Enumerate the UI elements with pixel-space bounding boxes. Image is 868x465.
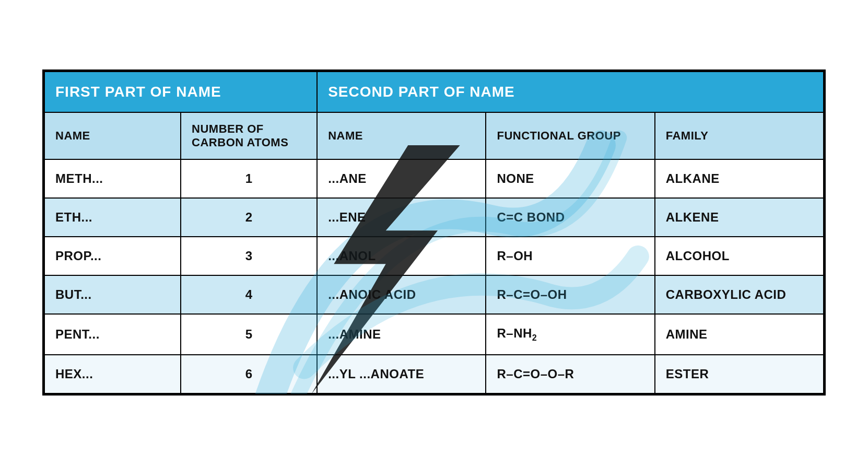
cell-name: PENT... — [44, 314, 181, 355]
cell-functional: NONE — [486, 159, 654, 198]
table-row: ETH... 2 ...ENE C=C BOND ALKENE — [44, 198, 824, 237]
cell-name: PROP... — [44, 237, 181, 275]
table-row: PENT... 5 ...AMINE R–NH2 AMINE — [44, 314, 824, 355]
main-table: FIRST PART OF NAME SECOND PART OF NAME N… — [44, 71, 824, 394]
table-row: HEX... 6 ...YL ...ANOATE R–C=O–O–R ESTER — [44, 355, 824, 393]
col-header-functional: FUNCTIONAL GROUP — [486, 112, 654, 159]
cell-family: CARBOXYLIC ACID — [655, 275, 824, 314]
cell-second-name: ...ANE — [317, 159, 486, 198]
cell-carbon: 3 — [181, 237, 317, 275]
col-header-carbon: NUMBER OF CARBON ATOMS — [181, 112, 317, 159]
cell-functional: R–C=O–O–R — [486, 355, 654, 393]
chemistry-table: FIRST PART OF NAME SECOND PART OF NAME N… — [42, 69, 826, 396]
cell-carbon: 1 — [181, 159, 317, 198]
cell-second-name: ...ANOL — [317, 237, 486, 275]
cell-functional: R–C=O–OH — [486, 275, 654, 314]
cell-name: BUT... — [44, 275, 181, 314]
cell-second-name: ...ENE — [317, 198, 486, 237]
cell-family: ESTER — [655, 355, 824, 393]
cell-name: HEX... — [44, 355, 181, 393]
second-part-header: SECOND PART OF NAME — [317, 72, 824, 112]
cell-family: AMINE — [655, 314, 824, 355]
col-header-second-name: NAME — [317, 112, 486, 159]
first-part-header: FIRST PART OF NAME — [44, 72, 317, 112]
cell-carbon: 5 — [181, 314, 317, 355]
table-row: METH... 1 ...ANE NONE ALKANE — [44, 159, 824, 198]
cell-carbon: 4 — [181, 275, 317, 314]
cell-functional: R–OH — [486, 237, 654, 275]
cell-family: ALKANE — [655, 159, 824, 198]
cell-functional: C=C BOND — [486, 198, 654, 237]
cell-second-name: ...YL ...ANOATE — [317, 355, 486, 393]
table-row: PROP... 3 ...ANOL R–OH ALCOHOL — [44, 237, 824, 275]
table-body: METH... 1 ...ANE NONE ALKANE ETH... 2 ..… — [44, 159, 824, 393]
cell-carbon: 6 — [181, 355, 317, 393]
cell-second-name: ...ANOIC ACID — [317, 275, 486, 314]
col-header-family: FAMILY — [655, 112, 824, 159]
cell-name: ETH... — [44, 198, 181, 237]
cell-name: METH... — [44, 159, 181, 198]
cell-second-name: ...AMINE — [317, 314, 486, 355]
cell-carbon: 2 — [181, 198, 317, 237]
cell-family: ALCOHOL — [655, 237, 824, 275]
cell-functional: R–NH2 — [486, 314, 654, 355]
header-row-2: NAME NUMBER OF CARBON ATOMS NAME FUNCTIO… — [44, 112, 824, 159]
cell-family: ALKENE — [655, 198, 824, 237]
header-row-1: FIRST PART OF NAME SECOND PART OF NAME — [44, 72, 824, 112]
col-header-name: NAME — [44, 112, 181, 159]
table-row: BUT... 4 ...ANOIC ACID R–C=O–OH CARBOXYL… — [44, 275, 824, 314]
